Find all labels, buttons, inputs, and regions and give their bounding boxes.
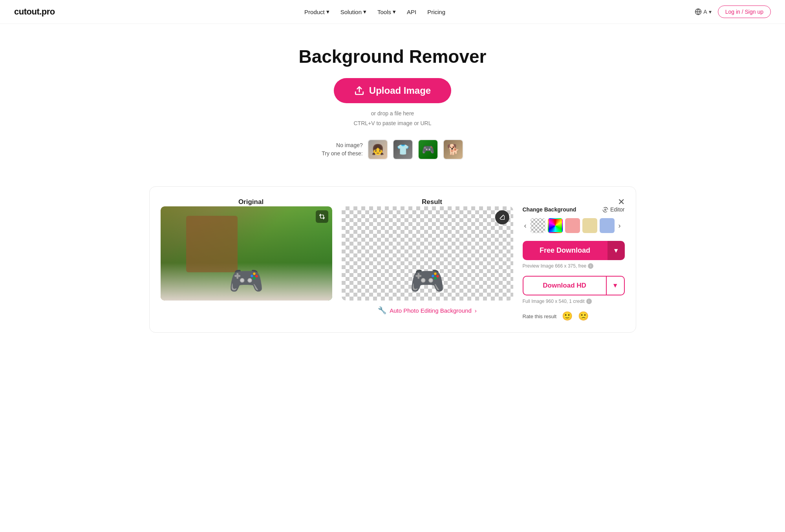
hd-download-button[interactable]: Download HD: [523, 276, 607, 295]
change-bg-row: Change Background Editor: [523, 206, 625, 213]
hd-download-dropdown-button[interactable]: ▼: [607, 276, 625, 295]
hd-download-row: Download HD ▼: [523, 276, 625, 295]
lang-chevron-icon: ▾: [709, 9, 712, 15]
chevron-down-icon: ▾: [326, 8, 329, 15]
editor-icon: [602, 207, 608, 213]
chevron-down-icon: ▾: [393, 8, 396, 15]
hero-subtitle: or drop a file here CTRL+V to paste imag…: [8, 109, 777, 128]
page-title: Background Remover: [8, 46, 777, 67]
result-column: 🎮 🔧 Auto Photo Editing Background ›: [342, 206, 513, 315]
nav-solution[interactable]: Solution ▾: [340, 8, 366, 15]
auto-edit-icon: 🔧: [378, 306, 386, 315]
bg-swatch-blue[interactable]: [600, 218, 615, 233]
crop-icon: [319, 213, 325, 220]
free-download-button[interactable]: Free Download: [523, 241, 608, 260]
eraser-icon: [499, 214, 505, 220]
bg-next-button[interactable]: ›: [617, 221, 622, 231]
bg-prev-button[interactable]: ‹: [523, 221, 528, 231]
bg-swatch-beige[interactable]: [582, 218, 597, 233]
nav-right: A ▾ Log in / Sign up: [695, 5, 771, 18]
result-image-wrapper: 🎮: [342, 206, 513, 301]
result-panel: Original Result ✕ 🎮: [149, 186, 636, 333]
svg-point-4: [605, 209, 606, 211]
auto-edit-link[interactable]: 🔧 Auto Photo Editing Background ›: [342, 306, 513, 315]
original-column-header: Original: [161, 198, 342, 206]
result-image: 🎮: [342, 206, 513, 301]
upload-label: Upload Image: [369, 85, 431, 96]
editor-button[interactable]: Editor: [602, 206, 625, 213]
thumbs-up-icon[interactable]: 🙂: [562, 311, 573, 321]
full-info-icon[interactable]: i: [586, 299, 592, 304]
free-download-row: Free Download ▼: [523, 241, 625, 260]
language-button[interactable]: A ▾: [695, 8, 711, 15]
rate-label: Rate this result: [523, 313, 557, 319]
original-image: 🎮: [161, 206, 332, 301]
preview-info-icon[interactable]: i: [588, 263, 593, 269]
bg-swatch-pink[interactable]: [565, 218, 580, 233]
bg-swatch-transparent[interactable]: [531, 218, 545, 233]
eraser-button[interactable]: [495, 210, 509, 224]
change-bg-label: Change Background: [523, 206, 576, 213]
result-header: Original Result ✕: [161, 198, 625, 206]
bg-swatches-row: ‹ ›: [523, 218, 625, 233]
nav-links: Product ▾ Solution ▾ Tools ▾ API Pricing: [304, 8, 445, 15]
language-label: A: [703, 9, 707, 15]
close-button[interactable]: ✕: [618, 198, 625, 206]
result-column-header: Result: [342, 198, 523, 206]
svg-line-3: [501, 216, 503, 218]
hero-section: Background Remover Upload Image or drop …: [0, 24, 785, 186]
original-image-wrapper: 🎮: [161, 206, 332, 301]
upload-button[interactable]: Upload Image: [334, 78, 451, 103]
arrow-right-icon: ›: [475, 307, 477, 314]
language-icon: [695, 8, 702, 15]
navbar: cutout.pro Product ▾ Solution ▾ Tools ▾ …: [0, 0, 785, 24]
nav-api[interactable]: API: [407, 9, 416, 15]
bg-swatch-rainbow[interactable]: [548, 218, 563, 233]
nav-tools[interactable]: Tools ▾: [377, 8, 396, 15]
sample-images-row: No image? Try one of these: 👧 👕 🎮 🐕: [8, 139, 777, 160]
site-logo[interactable]: cutout.pro: [14, 7, 55, 17]
full-image-info: Full Image 960 x 540, 1 credit i: [523, 299, 625, 304]
sample-thumb-3[interactable]: 🎮: [418, 139, 438, 160]
login-button[interactable]: Log in / Sign up: [718, 5, 771, 18]
original-column: 🎮: [161, 206, 332, 301]
sample-thumb-4[interactable]: 🐕: [443, 139, 463, 160]
nav-product[interactable]: Product ▾: [304, 8, 329, 15]
free-download-dropdown-button[interactable]: ▼: [608, 241, 625, 260]
result-columns: 🎮 🎮: [161, 206, 625, 321]
crop-button[interactable]: [316, 210, 328, 223]
chevron-down-icon: ▾: [363, 8, 366, 15]
preview-info: Preview Image 666 x 375, free i: [523, 263, 625, 269]
sample-thumb-2[interactable]: 👕: [393, 139, 413, 160]
rate-row: Rate this result 🙂 🙁: [523, 311, 625, 321]
sample-thumb-1[interactable]: 👧: [368, 139, 388, 160]
upload-icon: [354, 86, 364, 96]
sidebar: Change Background Editor ‹ ›: [523, 206, 625, 321]
thumbs-down-icon[interactable]: 🙁: [578, 311, 589, 321]
nav-pricing[interactable]: Pricing: [427, 9, 445, 15]
sample-label: No image? Try one of these:: [322, 141, 363, 158]
close-button-area: ✕: [523, 198, 625, 206]
